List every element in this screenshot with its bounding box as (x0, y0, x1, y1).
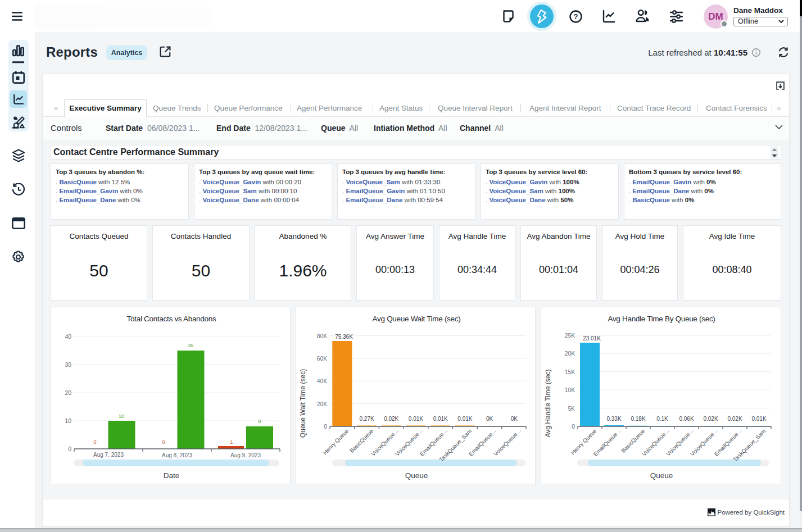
svg-text:0.02K: 0.02K (703, 416, 718, 422)
svg-text:0.02K: 0.02K (727, 416, 742, 422)
svg-text:23.01K: 23.01K (583, 335, 601, 342)
svg-text:0: 0 (324, 424, 327, 430)
svg-text:10: 10 (119, 413, 125, 419)
svg-text:0: 0 (93, 439, 96, 445)
svg-text:Aug 9, 2023: Aug 9, 2023 (230, 452, 261, 458)
svg-text:Avg Queue Wait Time (sec): Avg Queue Wait Time (sec) (373, 315, 461, 323)
svg-text:0.33K: 0.33K (606, 416, 621, 422)
svg-text:40K: 40K (317, 378, 327, 384)
svg-text:30: 30 (65, 362, 72, 368)
svg-text:8: 8 (258, 418, 261, 424)
svg-text:25K: 25K (565, 333, 575, 339)
svg-text:0.1K: 0.1K (656, 416, 668, 422)
svg-text:Aug 7, 2023: Aug 7, 2023 (93, 452, 124, 458)
svg-text:75.36K: 75.36K (335, 334, 353, 340)
svg-text:Avg Handle Time (sec): Avg Handle Time (sec) (544, 369, 552, 437)
svg-text:0.06K: 0.06K (679, 416, 694, 422)
svg-text:0.18K: 0.18K (631, 416, 645, 422)
svg-text:20K: 20K (317, 401, 327, 407)
svg-text:0K: 0K (511, 416, 518, 422)
svg-text:15K: 15K (565, 369, 575, 375)
svg-text:0: 0 (68, 446, 71, 452)
svg-text:0.27K: 0.27K (359, 416, 374, 422)
svg-text:40: 40 (65, 334, 72, 340)
svg-text:0.01K: 0.01K (433, 416, 448, 422)
svg-text:?: ? (574, 12, 578, 21)
svg-text:0.01K: 0.01K (751, 416, 766, 422)
svg-text:Total Contacts vs Abandons: Total Contacts vs Abandons (127, 315, 216, 323)
svg-text:Henry Queue: Henry Queue (322, 428, 350, 456)
svg-text:5K: 5K (568, 406, 575, 412)
svg-text:20: 20 (65, 390, 72, 396)
svg-text:0.01K: 0.01K (457, 416, 472, 422)
svg-text:0.01K: 0.01K (409, 416, 423, 422)
svg-text:Queue: Queue (650, 471, 673, 480)
svg-text:60K: 60K (317, 356, 327, 362)
svg-text:80K: 80K (317, 333, 327, 339)
svg-text:0.02K: 0.02K (384, 416, 398, 422)
svg-text:0: 0 (162, 439, 165, 445)
svg-text:10: 10 (65, 418, 72, 424)
svg-text:1: 1 (230, 439, 233, 445)
svg-text:Date: Date (164, 471, 180, 480)
svg-text:0: 0 (572, 424, 575, 430)
svg-text:Queue Wait Time (sec): Queue Wait Time (sec) (299, 369, 307, 438)
svg-text:Aug 8, 2023: Aug 8, 2023 (162, 452, 192, 458)
svg-text:20K: 20K (565, 351, 575, 357)
svg-text:0K: 0K (486, 416, 493, 422)
svg-text:BasicQueue: BasicQueue (348, 428, 375, 454)
svg-text:BasicQueue: BasicQueue (620, 428, 646, 454)
svg-text:35: 35 (188, 342, 194, 348)
svg-text:10K: 10K (565, 387, 575, 393)
svg-text:Avg Handle Time By Queue (sec): Avg Handle Time By Queue (sec) (608, 315, 715, 323)
svg-text:Queue: Queue (405, 471, 428, 480)
